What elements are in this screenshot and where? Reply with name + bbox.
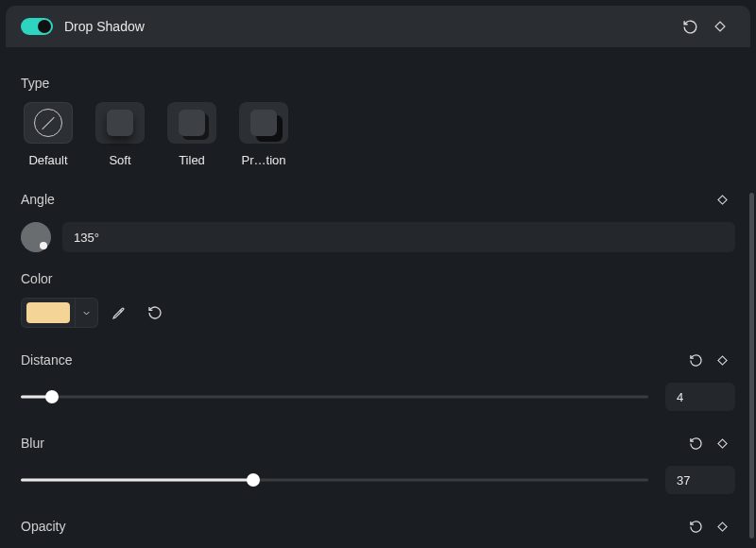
opacity-keyframe-icon[interactable] — [709, 513, 735, 539]
enable-toggle[interactable] — [21, 18, 53, 35]
distance-label: Distance — [21, 352, 682, 368]
svg-rect-2 — [717, 355, 726, 364]
angle-keyframe-icon[interactable] — [709, 186, 735, 213]
type-option-default[interactable]: Default — [21, 102, 76, 167]
type-option-tiled[interactable]: Tiled — [164, 102, 219, 167]
type-option-label: Soft — [109, 153, 130, 167]
angle-input[interactable]: 135° — [62, 222, 735, 252]
color-swatch-group — [21, 298, 98, 328]
opacity-label: Opacity — [21, 519, 682, 534]
panel-header: Drop Shadow — [6, 6, 750, 47]
distance-reset-icon[interactable] — [682, 347, 709, 373]
svg-rect-1 — [717, 195, 726, 203]
distance-keyframe-icon[interactable] — [709, 347, 735, 373]
blur-input[interactable]: 37 — [665, 466, 735, 494]
color-dropdown[interactable] — [75, 298, 97, 328]
type-option-projection[interactable]: Pr…tion — [236, 102, 291, 167]
panel-title: Drop Shadow — [64, 19, 145, 34]
svg-rect-3 — [717, 438, 726, 447]
angle-dial[interactable] — [21, 222, 51, 252]
type-option-soft[interactable]: Soft — [93, 102, 147, 167]
none-icon — [34, 109, 62, 137]
keyframe-icon[interactable] — [705, 11, 735, 42]
type-option-label: Pr…tion — [242, 153, 286, 167]
distance-slider[interactable] — [21, 387, 648, 406]
blur-reset-icon[interactable] — [682, 430, 709, 456]
blur-label: Blur — [21, 436, 682, 451]
distance-input[interactable]: 4 — [665, 383, 735, 411]
blur-slider[interactable] — [21, 471, 648, 489]
blur-keyframe-icon[interactable] — [709, 430, 735, 456]
reset-icon[interactable] — [675, 11, 705, 42]
panel-body: Type Default Soft Tiled Pr…tion Angle 13… — [0, 53, 756, 548]
color-label: Color — [21, 271, 735, 286]
eyedropper-icon[interactable] — [104, 298, 134, 328]
type-option-label: Default — [28, 153, 67, 167]
opacity-reset-icon[interactable] — [682, 513, 709, 539]
svg-rect-4 — [717, 522, 726, 530]
type-option-label: Tiled — [179, 153, 205, 167]
angle-label: Angle — [21, 192, 709, 207]
svg-rect-0 — [715, 22, 725, 31]
color-reset-icon[interactable] — [140, 298, 170, 328]
type-label: Type — [21, 76, 735, 91]
scrollbar[interactable] — [749, 193, 754, 539]
type-options: Default Soft Tiled Pr…tion — [21, 102, 735, 167]
color-swatch[interactable] — [26, 302, 70, 323]
